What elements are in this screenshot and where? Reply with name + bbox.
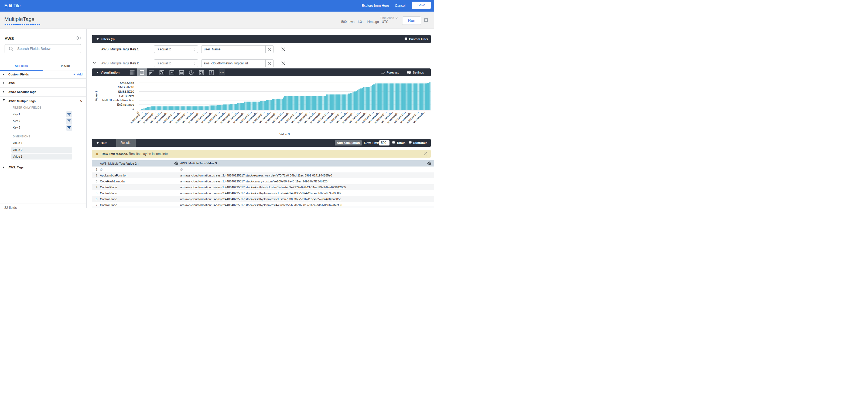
- svg-text:Ec2Instance: Ec2Instance: [117, 103, 134, 106]
- svg-text:S31Bucket: S31Bucket: [119, 94, 134, 98]
- svg-text:Hello1LambdaFunction: Hello1LambdaFunction: [102, 99, 134, 102]
- svg-text:Value 3: Value 3: [279, 133, 290, 136]
- svg-text:SMS3JIZ10: SMS3JIZ10: [118, 90, 134, 93]
- svg-text:6: 6: [210, 71, 212, 75]
- svg-text:∅: ∅: [131, 107, 134, 110]
- svg-text:Value 2: Value 2: [95, 91, 98, 101]
- svg-text:SMS3JIZ5: SMS3JIZ5: [120, 81, 134, 84]
- svg-text:SMS3JIZ18: SMS3JIZ18: [118, 85, 134, 89]
